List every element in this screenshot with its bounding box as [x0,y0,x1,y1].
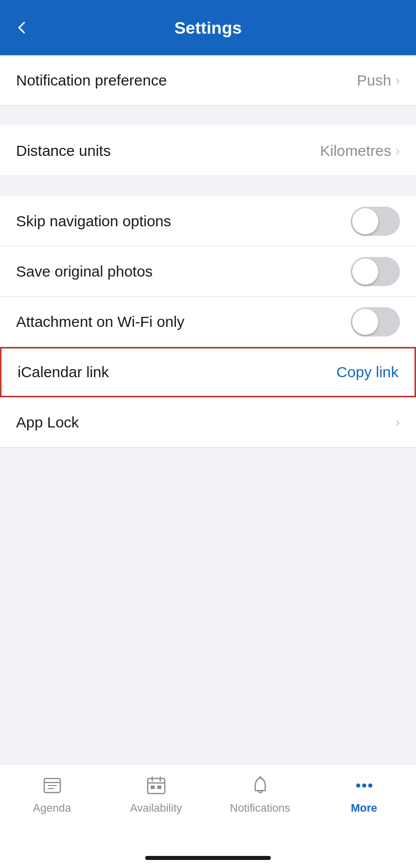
home-indicator [0,848,416,868]
chevron-right-icon: › [395,414,400,430]
section-divider [0,176,416,196]
skip-navigation-toggle[interactable] [351,207,400,236]
notification-preference-value: Push › [357,72,400,89]
agenda-icon [40,773,64,798]
save-photos-label: Save original photos [16,263,153,280]
app-lock-row[interactable]: App Lock › [0,397,416,448]
more-label: More [351,802,377,815]
distance-units-value: Kilometres › [320,142,400,159]
agenda-label: Agenda [33,802,71,815]
svg-point-11 [356,784,360,788]
nav-item-availability[interactable]: Availability [104,773,208,815]
notification-preference-label: Notification preference [16,72,167,89]
attachment-wifi-label: Attachment on Wi-Fi only [16,313,184,330]
availability-icon [144,773,168,798]
bell-icon [248,773,272,798]
nav-item-more[interactable]: More [312,773,416,815]
attachment-wifi-toggle[interactable] [351,307,400,336]
nav-item-agenda[interactable]: Agenda [0,773,104,815]
chevron-right-icon: › [395,143,400,159]
notifications-label: Notifications [230,802,290,815]
save-photos-row: Save original photos [0,246,416,297]
svg-point-12 [362,784,366,788]
nav-item-notifications[interactable]: Notifications [208,773,312,815]
back-button[interactable] [14,20,30,36]
settings-header: Settings [0,0,416,55]
more-icon [352,773,376,798]
distance-units-label: Distance units [16,142,111,159]
app-lock-value: › [395,414,400,430]
icalendar-link-row[interactable]: iCalendar link Copy link [0,347,416,397]
notification-preference-row[interactable]: Notification preference Push › [0,55,416,106]
section-divider [0,106,416,126]
page-title: Settings [174,18,242,38]
svg-rect-4 [148,778,165,794]
copy-link-button[interactable]: Copy link [337,364,398,381]
distance-units-row[interactable]: Distance units Kilometres › [0,126,416,176]
chevron-right-icon: › [395,72,400,89]
empty-space [0,448,416,764]
app-lock-label: App Lock [16,414,79,431]
save-photos-toggle[interactable] [351,257,400,286]
availability-label: Availability [130,802,182,815]
bottom-navigation: Agenda Availability Notifications [0,764,416,848]
skip-navigation-row: Skip navigation options [0,196,416,246]
svg-rect-9 [157,786,161,789]
svg-point-13 [368,784,372,788]
home-bar [145,856,271,860]
svg-rect-8 [151,786,155,789]
attachment-wifi-row: Attachment on Wi-Fi only [0,297,416,347]
skip-navigation-label: Skip navigation options [16,213,171,230]
settings-list: Notification preference Push › Distance … [0,55,416,448]
icalendar-link-label: iCalendar link [18,364,109,381]
